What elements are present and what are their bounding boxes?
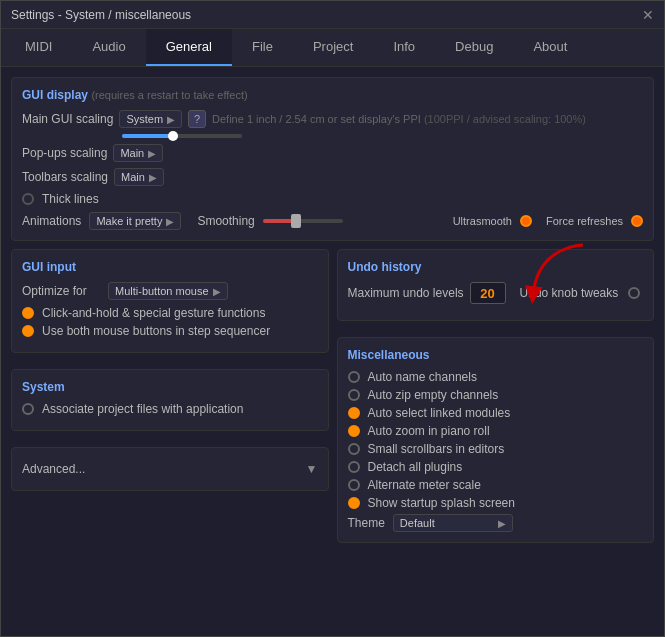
max-undo-row: Maximum undo levels 20 Undo knob tweaks bbox=[348, 282, 644, 304]
theme-arrow: ▶ bbox=[498, 518, 506, 529]
undo-knob-radio[interactable] bbox=[628, 287, 640, 299]
misc-radio-7[interactable] bbox=[348, 497, 360, 509]
misc-radio-2[interactable] bbox=[348, 407, 360, 419]
advanced-section[interactable]: Advanced... ▼ bbox=[11, 447, 329, 491]
popup-scaling-dropdown[interactable]: Main ▶ bbox=[113, 144, 163, 162]
misc-label-2: Auto select linked modules bbox=[368, 406, 511, 420]
animations-dropdown[interactable]: Make it pretty ▶ bbox=[89, 212, 181, 230]
misc-item-4: Small scrollbars in editors bbox=[348, 442, 644, 456]
tab-project[interactable]: Project bbox=[293, 29, 373, 66]
animations-arrow: ▶ bbox=[166, 216, 174, 227]
mouse-buttons-radio[interactable] bbox=[22, 325, 34, 337]
theme-row: Theme Default ▶ bbox=[348, 514, 644, 532]
advanced-row[interactable]: Advanced... ▼ bbox=[22, 458, 318, 480]
ultrasmooth-label: Ultrasmooth bbox=[453, 215, 512, 227]
misc-item-0: Auto name channels bbox=[348, 370, 644, 384]
associate-label: Associate project files with application bbox=[42, 402, 243, 416]
toolbar-scaling-label: Toolbars scaling bbox=[22, 170, 108, 184]
gui-display-section: GUI display (requires a restart to take … bbox=[11, 77, 654, 241]
tab-info[interactable]: Info bbox=[373, 29, 435, 66]
misc-item-1: Auto zip empty channels bbox=[348, 388, 644, 402]
mouse-buttons-row: Use both mouse buttons in step sequencer bbox=[22, 324, 318, 338]
theme-dropdown[interactable]: Default ▶ bbox=[393, 514, 513, 532]
main-scaling-dropdown[interactable]: System ▶ bbox=[119, 110, 182, 128]
animations-label: Animations bbox=[22, 214, 81, 228]
misc-item-7: Show startup splash screen bbox=[348, 496, 644, 510]
undo-history-section: Undo history Maximum undo levels 20 Undo… bbox=[337, 249, 655, 321]
popup-scaling-label: Pop-ups scaling bbox=[22, 146, 107, 160]
titlebar: Settings - System / miscellaneous ✕ bbox=[1, 1, 664, 29]
mouse-buttons-label: Use both mouse buttons in step sequencer bbox=[42, 324, 270, 338]
misc-radio-3[interactable] bbox=[348, 425, 360, 437]
smoothing-track[interactable] bbox=[263, 219, 343, 223]
undo-input[interactable]: 20 bbox=[470, 282, 506, 304]
gui-input-title: GUI input bbox=[22, 260, 318, 274]
force-refreshes-indicator[interactable] bbox=[631, 215, 643, 227]
main-scaling-arrow: ▶ bbox=[167, 114, 175, 125]
optimize-dropdown[interactable]: Multi-button mouse ▶ bbox=[108, 282, 228, 300]
animations-row: Animations Make it pretty ▶ Smoothing Ul… bbox=[22, 212, 643, 230]
tab-file[interactable]: File bbox=[232, 29, 293, 66]
thick-lines-row: Thick lines bbox=[22, 192, 643, 206]
thick-lines-label: Thick lines bbox=[42, 192, 99, 206]
click-hold-label: Click-and-hold & special gesture functio… bbox=[42, 306, 265, 320]
force-refreshes-label: Force refreshes bbox=[546, 215, 623, 227]
tab-audio[interactable]: Audio bbox=[72, 29, 145, 66]
scaling-slider[interactable] bbox=[122, 134, 242, 138]
misc-radio-4[interactable] bbox=[348, 443, 360, 455]
main-layout: GUI input Optimize for Multi-button mous… bbox=[11, 249, 654, 551]
max-undo-label: Maximum undo levels bbox=[348, 286, 464, 300]
misc-item-6: Alternate meter scale bbox=[348, 478, 644, 492]
optimize-label: Optimize for bbox=[22, 284, 102, 298]
settings-content: GUI display (requires a restart to take … bbox=[1, 67, 664, 636]
misc-label-4: Small scrollbars in editors bbox=[368, 442, 505, 456]
scaling-slider-row bbox=[22, 134, 643, 138]
thick-lines-radio[interactable] bbox=[22, 193, 34, 205]
advanced-label: Advanced... bbox=[22, 462, 85, 476]
popup-scaling-row: Pop-ups scaling Main ▶ bbox=[22, 144, 643, 162]
system-title: System bbox=[22, 380, 318, 394]
misc-radio-0[interactable] bbox=[348, 371, 360, 383]
optimize-arrow: ▶ bbox=[213, 286, 221, 297]
miscellaneous-title: Miscellaneous bbox=[348, 348, 644, 362]
click-hold-radio[interactable] bbox=[22, 307, 34, 319]
scaling-info: Define 1 inch / 2.54 cm or set display's… bbox=[212, 113, 643, 125]
misc-label-3: Auto zoom in piano roll bbox=[368, 424, 490, 438]
theme-label: Theme bbox=[348, 516, 385, 530]
miscellaneous-section: Miscellaneous Auto name channels Auto zi… bbox=[337, 337, 655, 543]
associate-row: Associate project files with application bbox=[22, 402, 318, 416]
tab-general[interactable]: General bbox=[146, 29, 232, 66]
misc-radio-1[interactable] bbox=[348, 389, 360, 401]
settings-window: Settings - System / miscellaneous ✕ MIDI… bbox=[0, 0, 665, 637]
misc-radio-6[interactable] bbox=[348, 479, 360, 491]
toolbar-arrow: ▶ bbox=[149, 172, 157, 183]
tab-midi[interactable]: MIDI bbox=[5, 29, 72, 66]
tab-debug[interactable]: Debug bbox=[435, 29, 513, 66]
gui-display-title: GUI display (requires a restart to take … bbox=[22, 88, 643, 102]
smoothing-slider-container bbox=[263, 219, 445, 223]
optimize-row: Optimize for Multi-button mouse ▶ bbox=[22, 282, 318, 300]
system-section: System Associate project files with appl… bbox=[11, 369, 329, 431]
misc-radio-5[interactable] bbox=[348, 461, 360, 473]
misc-label-7: Show startup splash screen bbox=[368, 496, 515, 510]
toolbar-scaling-dropdown[interactable]: Main ▶ bbox=[114, 168, 164, 186]
gui-display-subtitle: (requires a restart to take effect) bbox=[91, 89, 247, 101]
misc-label-5: Detach all plugins bbox=[368, 460, 463, 474]
associate-radio[interactable] bbox=[22, 403, 34, 415]
right-column: Undo history Maximum undo levels 20 Undo… bbox=[337, 249, 655, 551]
advanced-chevron-icon: ▼ bbox=[306, 462, 318, 476]
tab-bar: MIDI Audio General File Project Info Deb… bbox=[1, 29, 664, 67]
main-scaling-label: Main GUI scaling bbox=[22, 112, 113, 126]
ultrasmooth-indicator[interactable] bbox=[520, 215, 532, 227]
smoothing-label: Smoothing bbox=[197, 214, 254, 228]
misc-label-6: Alternate meter scale bbox=[368, 478, 481, 492]
click-hold-row: Click-and-hold & special gesture functio… bbox=[22, 306, 318, 320]
misc-item-5: Detach all plugins bbox=[348, 460, 644, 474]
close-button[interactable]: ✕ bbox=[642, 7, 654, 23]
undo-knob-label: Undo knob tweaks bbox=[520, 286, 619, 300]
gui-input-section: GUI input Optimize for Multi-button mous… bbox=[11, 249, 329, 353]
popup-arrow: ▶ bbox=[148, 148, 156, 159]
help-button[interactable]: ? bbox=[188, 110, 206, 128]
toolbar-scaling-row: Toolbars scaling Main ▶ bbox=[22, 168, 643, 186]
tab-about[interactable]: About bbox=[513, 29, 587, 66]
